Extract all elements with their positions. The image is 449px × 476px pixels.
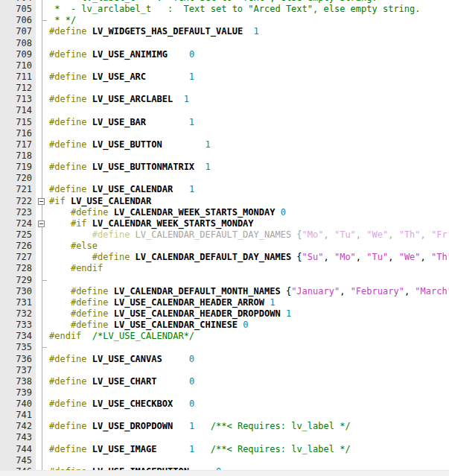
line-number: 740 — [0, 399, 36, 410]
code-line[interactable]: 722#if LV_USE_CALENDAR — [0, 196, 449, 207]
fold-margin-cell — [36, 286, 49, 297]
code-line[interactable]: 743 — [0, 432, 449, 443]
code-editor[interactable]: 704 * - lv_label_t : Text set to "Text",… — [0, 0, 449, 476]
code-text — [49, 128, 449, 139]
code-line[interactable]: 741 — [0, 410, 449, 421]
code-line[interactable]: 735 — [0, 342, 449, 353]
code-line[interactable]: 733 #define LV_USE_CALENDAR_CHINESE 0 — [0, 320, 449, 331]
line-number: 728 — [0, 263, 36, 274]
code-line[interactable]: 729 — [0, 275, 449, 286]
fold-margin-cell — [36, 320, 49, 331]
fold-margin-cell — [36, 196, 49, 207]
code-text: #if LV_USE_CALENDAR — [49, 196, 449, 207]
fold-margin-cell — [36, 297, 49, 308]
line-number: 718 — [0, 150, 36, 162]
fold-margin-cell — [36, 308, 49, 320]
line-number: 710 — [0, 60, 36, 72]
code-text: #endif — [49, 263, 449, 274]
code-line[interactable]: 728 #endif — [0, 263, 449, 274]
code-line[interactable]: 738#define LV_USE_CHART 0 — [0, 376, 449, 387]
code-line[interactable]: 745 — [0, 455, 449, 466]
fold-collapse-box-icon[interactable] — [38, 198, 45, 205]
code-line[interactable]: 705 * - lv_arclabel_t : Text set to "Arc… — [0, 4, 449, 15]
code-line[interactable]: 721#define LV_USE_CALENDAR 1 — [0, 184, 449, 195]
fold-margin-cell — [36, 252, 49, 263]
code-text: #define LV_USE_ANIMIMG 0 — [49, 49, 449, 60]
code-line[interactable]: 744#define LV_USE_IMAGE 1 /**< Requires:… — [0, 444, 449, 455]
code-line[interactable]: 714 — [0, 105, 449, 116]
fold-margin-cell — [36, 173, 49, 184]
code-text — [49, 275, 449, 286]
code-line[interactable]: 730 #define LV_CALENDAR_DEFAULT_MONTH_NA… — [0, 286, 449, 297]
code-line[interactable]: 726 #else — [0, 241, 449, 252]
line-number: 721 — [0, 184, 36, 195]
code-line[interactable]: 737 — [0, 365, 449, 376]
line-number: 744 — [0, 444, 36, 455]
code-line[interactable]: 736#define LV_USE_CANVAS 0 — [0, 354, 449, 365]
code-line[interactable]: 723 #define LV_CALENDAR_WEEK_STARTS_MOND… — [0, 207, 449, 218]
code-line[interactable]: 718 — [0, 150, 449, 162]
line-number: 730 — [0, 286, 36, 297]
fold-margin-cell — [36, 38, 49, 49]
code-text — [49, 83, 449, 94]
fold-collapse-box-icon[interactable] — [38, 220, 45, 227]
fold-margin-cell — [36, 207, 49, 218]
code-line[interactable]: 712 — [0, 83, 449, 94]
fold-margin-cell — [36, 399, 49, 410]
code-line[interactable]: 711#define LV_USE_ARC 1 — [0, 72, 449, 83]
fold-margin-cell — [36, 184, 49, 195]
code-line[interactable]: 717#define LV_USE_BUTTON 1 — [0, 139, 449, 150]
code-line[interactable]: 709#define LV_USE_ANIMIMG 0 — [0, 49, 449, 60]
fold-margin-cell — [36, 49, 49, 60]
code-text: #define LV_USE_ARCLABEL 1 — [49, 94, 449, 105]
code-text — [49, 342, 449, 353]
code-line[interactable]: 706 * */ — [0, 15, 449, 26]
line-number: 736 — [0, 354, 36, 365]
code-line[interactable]: 739 — [0, 387, 449, 399]
code-text: * - lv_arclabel_t : Text set to "Arced T… — [49, 4, 449, 15]
fold-margin-cell — [36, 218, 49, 229]
code-line[interactable]: 720 — [0, 173, 449, 184]
code-text — [49, 432, 449, 443]
fold-margin-cell — [36, 455, 49, 466]
code-line[interactable]: 713#define LV_USE_ARCLABEL 1 — [0, 94, 449, 105]
code-line[interactable]: 707#define LV_WIDGETS_HAS_DEFAULT_VALUE … — [0, 26, 449, 37]
code-line[interactable]: 731 #define LV_USE_CALENDAR_HEADER_ARROW… — [0, 297, 449, 308]
code-line[interactable]: 734#endif /*LV_USE_CALENDAR*/ — [0, 331, 449, 342]
fold-margin-cell — [36, 342, 49, 353]
code-line[interactable]: 716 — [0, 128, 449, 139]
code-text: #define LV_USE_BAR 1 — [49, 117, 449, 128]
code-line[interactable]: 727 #define LV_CALENDAR_DEFAULT_DAY_NAME… — [0, 252, 449, 263]
line-number: 741 — [0, 410, 36, 421]
fold-margin-cell — [36, 275, 49, 286]
code-line[interactable]: 724 #if LV_CALENDAR_WEEK_STARTS_MONDAY — [0, 218, 449, 229]
code-text: #define LV_USE_CALENDAR_HEADER_ARROW 1 — [49, 297, 449, 308]
fold-margin-cell — [36, 72, 49, 83]
code-line[interactable]: 708 — [0, 38, 449, 49]
code-line[interactable]: 710 — [0, 60, 449, 72]
fold-margin-cell — [36, 150, 49, 162]
code-line[interactable]: 715#define LV_USE_BAR 1 — [0, 117, 449, 128]
code-text: #define LV_USE_CANVAS 0 — [49, 354, 449, 365]
code-text: #else — [49, 241, 449, 252]
code-text: #define LV_USE_IMAGE 1 /**< Requires: lv… — [49, 444, 449, 455]
code-line[interactable]: 742#define LV_USE_DROPDOWN 1 /**< Requir… — [0, 421, 449, 432]
code-text — [49, 455, 449, 466]
fold-margin-cell — [36, 376, 49, 387]
line-number: 729 — [0, 275, 36, 286]
code-line[interactable]: 719#define LV_USE_BUTTONMATRIX 1 — [0, 162, 449, 173]
minus-icon — [39, 201, 43, 202]
fold-margin-cell — [36, 263, 49, 274]
minus-icon — [39, 223, 43, 224]
horizontal-scrollbar[interactable] — [0, 470, 449, 476]
fold-margin-cell — [36, 229, 49, 241]
fold-margin-cell — [36, 432, 49, 443]
code-line[interactable]: 740#define LV_USE_CHECKBOX 0 — [0, 399, 449, 410]
code-text: #define LV_USE_CALENDAR 1 — [49, 184, 449, 195]
code-line[interactable]: 725 #define LV_CALENDAR_DEFAULT_DAY_NAME… — [0, 229, 449, 241]
code-line[interactable]: 732 #define LV_USE_CALENDAR_HEADER_DROPD… — [0, 308, 449, 320]
line-number: 731 — [0, 297, 36, 308]
line-number: 715 — [0, 117, 36, 128]
fold-margin-cell — [36, 162, 49, 173]
code-text — [49, 60, 449, 72]
